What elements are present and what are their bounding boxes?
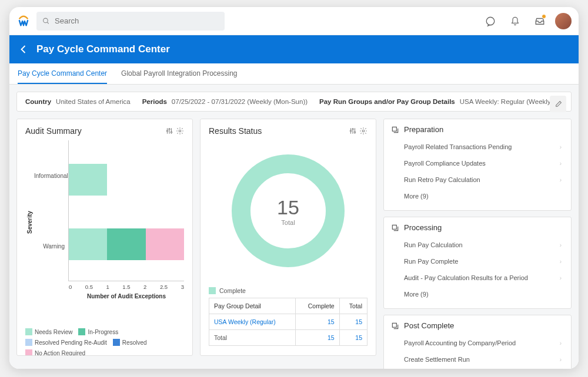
results-table: Pay Group DetailCompleteTotal USA Weekly… [209, 298, 368, 346]
audit-summary-title: Audit Summary [25, 126, 82, 136]
filter-group-label: Pay Run Groups and/or Pay Group Details [319, 98, 455, 105]
chevron-right-icon: › [560, 242, 562, 248]
filter-icon[interactable] [165, 127, 173, 135]
results-legend-complete: Complete [219, 287, 246, 294]
stack-icon [391, 224, 399, 232]
tab-bar: Pay Cycle Command Center Global Payroll … [9, 63, 579, 85]
avatar[interactable] [555, 13, 572, 29]
edit-filters-button[interactable] [550, 96, 566, 112]
svg-point-5 [171, 132, 172, 133]
chevron-right-icon: › [560, 258, 562, 265]
sidebar-item-run-pay-complete[interactable]: Run Pay Complete› [391, 253, 564, 270]
gear-icon[interactable] [359, 127, 368, 135]
svg-point-8 [352, 129, 353, 130]
chevron-right-icon: › [560, 144, 562, 150]
chevron-right-icon: › [560, 340, 562, 346]
filter-icon[interactable] [349, 127, 357, 135]
sidebar-item-settlement[interactable]: Settlement› [391, 368, 564, 369]
chart-x-label: Number of Audit Exceptions [69, 293, 184, 299]
svg-rect-14 [392, 323, 396, 327]
processing-card: Processing Run Pay Calculation› Run Pay … [383, 217, 572, 309]
filter-bar: Country United States of America Periods… [16, 92, 572, 112]
page-title: Pay Cycle Command Center [36, 43, 170, 55]
svg-rect-12 [392, 127, 396, 131]
audit-summary-card: Audit Summary Severity Informational War… [16, 119, 193, 356]
svg-rect-13 [392, 225, 396, 229]
chart-cat-warning: Warning [34, 243, 65, 250]
results-status-card: Results Status 15 Total Comp [200, 119, 376, 356]
tab-command-center[interactable]: Pay Cycle Command Center [18, 63, 107, 84]
post-complete-title: Post Complete [404, 321, 454, 330]
svg-point-0 [44, 18, 48, 23]
chart-y-label: Severity [25, 140, 34, 305]
tab-global-payroll[interactable]: Global Payroll Integration Processing [121, 63, 237, 84]
sidebar-item-accounting[interactable]: Payroll Accounting by Company/Period› [391, 335, 564, 351]
svg-point-7 [350, 130, 351, 132]
inbox-icon[interactable] [530, 12, 549, 31]
svg-point-9 [354, 132, 355, 133]
chart-legend: Needs Review In-Progress Resolved Pendin… [25, 328, 184, 356]
sidebar-item-more-proc[interactable]: More (9) [391, 286, 564, 302]
svg-point-6 [179, 130, 181, 132]
filter-periods-value: 07/25/2022 - 07/31/2022 (Weekly (Mon-Sun… [172, 98, 308, 105]
results-donut-chart: 15 Total [229, 152, 347, 270]
results-status-title: Results Status [209, 126, 262, 136]
filter-group-value: USA Weekly: Regular (Weekly) [460, 98, 553, 105]
preparation-title: Preparation [404, 125, 443, 134]
svg-point-2 [486, 17, 495, 25]
page-header: Pay Cycle Command Center [9, 35, 579, 63]
top-bar [9, 7, 579, 35]
pay-group-link[interactable]: USA Weekly (Regular) [209, 314, 296, 330]
sidebar-item-retro-pay[interactable]: Run Retro Pay Calculation› [391, 171, 564, 188]
svg-point-4 [169, 129, 170, 130]
chat-icon[interactable] [481, 12, 500, 31]
chevron-right-icon: › [560, 275, 562, 281]
bell-icon[interactable] [506, 12, 524, 31]
svg-line-1 [47, 22, 49, 23]
filter-country-label: Country [25, 98, 51, 105]
preparation-card: Preparation Payroll Related Transactions… [383, 119, 572, 211]
filter-country-value: United States of America [56, 98, 131, 105]
post-complete-card: Post Complete Payroll Accounting by Comp… [383, 315, 572, 369]
stack-icon [391, 126, 399, 134]
filter-periods-label: Periods [142, 98, 167, 105]
stack-icon [391, 322, 399, 330]
processing-title: Processing [404, 223, 442, 232]
gear-icon[interactable] [176, 127, 184, 135]
chart-cat-informational: Informational [34, 173, 65, 179]
chevron-right-icon: › [560, 160, 562, 167]
sidebar-item-settlement-run[interactable]: Create Settlement Run› [391, 351, 564, 368]
sidebar-item-compliance-updates[interactable]: Payroll Compliance Updates› [391, 155, 564, 171]
back-arrow-icon[interactable] [19, 44, 29, 55]
svg-point-3 [166, 130, 168, 132]
chevron-right-icon: › [560, 177, 562, 183]
chevron-right-icon: › [560, 356, 562, 363]
sidebar-item-audit-results[interactable]: Audit - Pay Calculation Results for a Pe… [391, 270, 564, 286]
sidebar-item-payroll-transactions[interactable]: Payroll Related Transactions Pending› [391, 139, 564, 155]
audit-chart: Severity Informational Warning 00.511.52… [25, 140, 184, 305]
search-box[interactable] [36, 12, 225, 31]
svg-point-10 [362, 130, 365, 132]
search-input[interactable] [55, 16, 219, 25]
results-total-label: Total [277, 219, 299, 226]
sidebar-item-more-prep[interactable]: More (9) [391, 188, 564, 204]
results-total-number: 15 [277, 196, 299, 219]
workday-logo[interactable] [16, 14, 31, 28]
sidebar-item-run-pay-calc[interactable]: Run Pay Calculation› [391, 237, 564, 253]
